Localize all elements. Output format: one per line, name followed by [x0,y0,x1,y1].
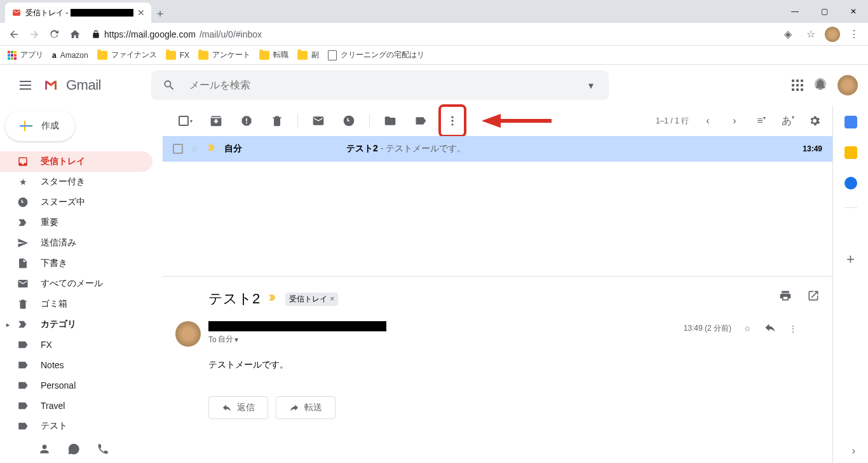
calendar-addon-icon[interactable] [844,116,857,128]
row-subject-preview: テスト2 - テストメールです。 [346,143,466,155]
compose-button[interactable]: 作成 [5,111,75,141]
search-box[interactable]: ▾ [151,71,609,100]
reply-icon[interactable] [764,321,776,336]
row-sender: 自分 [224,143,339,155]
move-to-button[interactable] [377,108,403,134]
back-button[interactable] [5,25,23,43]
mail-row[interactable]: ☆ 自分 テスト2 - テストメールです。 13:49 [163,136,832,162]
mark-unread-button[interactable] [306,108,331,134]
phone-icon[interactable] [97,443,109,458]
nav-trash[interactable]: ゴミ箱 [0,294,153,314]
bookmark-finance[interactable]: ファイナンス [97,50,157,60]
file-icon [328,50,337,60]
window-controls: ― ▢ ✕ [780,0,868,23]
forward-button[interactable] [25,25,43,43]
nav-drafts[interactable]: 下書き [0,253,153,273]
search-icon[interactable] [156,79,182,92]
maximize-button[interactable]: ▢ [810,0,839,23]
bookmark-amazon[interactable]: aAmazon [52,51,88,60]
minimize-button[interactable]: ― [780,0,810,23]
trash-icon [17,298,29,310]
recipient-line[interactable]: To 自分 ▾ [208,334,676,345]
next-page-button[interactable]: › [727,115,742,127]
person-icon[interactable] [38,443,51,458]
prev-page-button[interactable]: ‹ [700,115,715,127]
chevron-down-icon[interactable]: ▾ [234,335,238,344]
nav-label-notes[interactable]: Notes [0,355,153,375]
notifications-icon[interactable] [813,77,827,93]
snooze-button[interactable] [336,108,362,134]
nav-allmail[interactable]: すべてのメール [0,273,153,294]
important-icon [17,217,29,228]
account-avatar[interactable] [837,75,858,95]
print-button[interactable] [779,289,792,305]
nav-label-personal[interactable]: Personal [0,375,153,396]
density-button[interactable]: ≡▾ [754,115,769,127]
nav-important[interactable]: 重要 [0,212,153,233]
url-display[interactable]: https://mail.google.com/mail/u/0/#inbox [86,29,776,39]
nav-starred[interactable]: ★スター付き [0,172,153,192]
input-method-button[interactable]: あ▾ [780,114,796,128]
new-tab-button[interactable]: + [151,5,169,23]
nav-label-test[interactable]: テスト [0,416,153,436]
label-chip[interactable]: 受信トレイ× [285,293,338,306]
message-star-icon[interactable]: ☆ [744,324,751,333]
bookmark-job[interactable]: 転職 [259,50,288,60]
get-addons-button[interactable]: + [846,251,855,268]
bookmark-fx[interactable]: FX [166,51,189,60]
tasks-addon-icon[interactable] [844,177,857,190]
nav-categories[interactable]: カテゴリ [0,314,153,335]
row-checkbox[interactable] [173,144,183,154]
search-dropdown-icon[interactable]: ▾ [578,79,604,92]
chip-remove-icon[interactable]: × [330,294,334,303]
settings-button[interactable] [807,114,822,127]
nav-inbox[interactable]: 受信トレイ [0,151,153,172]
reload-button[interactable] [46,25,64,43]
archive-button[interactable] [203,108,229,134]
plus-icon [21,120,34,132]
select-all-checkbox[interactable]: ▾ [173,108,198,134]
mail-list: ☆ 自分 テスト2 - テストメールです。 13:49 [163,136,832,162]
folder-icon [97,51,107,60]
gmail-logo[interactable]: Gmail [41,77,151,93]
keep-addon-icon[interactable] [844,146,857,159]
collapse-sidebar-icon[interactable]: › [852,445,855,457]
bookmark-survey[interactable]: アンケート [198,50,250,60]
nav-snoozed[interactable]: スヌーズ中 [0,192,153,212]
nav-label-travel[interactable]: Travel [0,396,153,416]
close-button[interactable]: ✕ [839,0,868,23]
draft-icon [17,258,29,269]
nav-label-fx[interactable]: FX [0,335,153,355]
spam-button[interactable] [234,108,259,134]
main-menu-button[interactable] [10,81,41,90]
row-star-icon[interactable]: ☆ [191,144,199,154]
open-new-window-button[interactable] [807,289,820,305]
google-apps-icon[interactable] [792,79,803,91]
important-marker-icon[interactable] [268,293,278,305]
browser-menu-icon[interactable]: ⋮ [845,25,863,43]
message-more-icon[interactable]: ⋮ [789,324,797,333]
bookmark-cleaning[interactable]: クリーニングの宅配はリ [328,50,424,60]
forward-button[interactable]: 転送 [276,396,336,419]
inbox-icon [17,156,29,167]
more-button[interactable] [444,108,461,134]
labels-button[interactable] [408,108,433,134]
browser-tab[interactable]: 受信トレイ - ✕ [5,3,151,23]
star-url-icon[interactable]: ☆ [802,25,820,43]
search-input[interactable] [189,79,571,91]
sender-avatar[interactable] [175,321,201,347]
tab-close-icon[interactable]: ✕ [137,8,145,18]
delete-button[interactable] [264,108,290,134]
pager-text: 1–1 / 1 行 [656,116,689,127]
hamburger-icon [20,81,31,90]
row-important-icon[interactable] [207,142,217,155]
reply-button[interactable]: 返信 [208,396,268,419]
hangouts-icon[interactable] [67,443,80,458]
bookmark-side[interactable]: 副 [297,50,319,60]
eye-icon[interactable]: ◈ [779,25,797,43]
apps-shortcut[interactable]: アプリ [8,50,43,60]
svg-point-3 [451,123,453,125]
home-button[interactable] [66,25,84,43]
nav-sent[interactable]: 送信済み [0,233,153,253]
profile-avatar[interactable] [825,27,840,42]
